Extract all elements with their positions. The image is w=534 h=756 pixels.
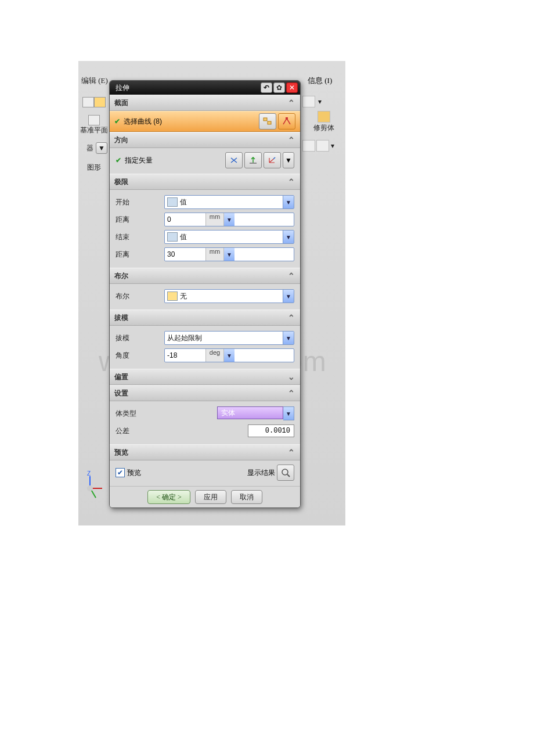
stepper-icon[interactable]: ▼ [224,349,234,362]
chevron-up-icon: ⌃ [287,313,295,322]
section-settings-header[interactable]: 设置 ⌃ [110,385,300,401]
chevron-down-icon: ▼ [283,406,294,420]
gear-icon[interactable]: ✿ [273,82,285,93]
start-distance-field[interactable] [165,214,205,225]
section-preview-header[interactable]: 预览 ⌃ [110,444,300,460]
inferred-vector-icon[interactable] [264,152,281,168]
close-icon[interactable]: ✕ [286,82,298,93]
check-icon: ✔ [116,156,121,164]
end-distance-field[interactable] [165,249,205,260]
section-limits-header[interactable]: 极限 ⌃ [110,174,300,190]
angle-input[interactable]: deg ▼ [164,348,294,362]
sketch-section-icon[interactable] [259,113,276,129]
draft-type-value: 从起始限制 [167,333,283,343]
specify-vector-row: ✔ 指定矢量 ▼ [116,152,294,169]
vector-reverse-icon[interactable] [225,152,243,168]
section-offset-header[interactable]: 偏置 ⌄ [110,369,300,385]
vector-dropdown-icon[interactable]: ▼ [283,152,294,168]
value-icon [167,232,178,242]
boolean-dropdown[interactable]: 无 ▼ [164,289,294,303]
chevron-down-icon: ▼ [283,231,294,243]
show-result-label: 显示结果 [247,468,275,478]
svg-rect-0 [264,118,267,121]
angle-label: 角度 [116,351,164,361]
body-type-value: 实体 [221,408,235,418]
check-icon: ✔ [114,117,120,125]
end-type-value: 值 [180,232,283,242]
chevron-down-icon: ▼ [283,332,294,344]
draft-label: 拔模 [116,333,164,343]
start-type-dropdown[interactable]: 值 ▼ [164,195,294,209]
filter-label-suffix: 器 [86,143,93,153]
boolean-label: 布尔 [116,291,164,301]
svg-rect-1 [268,121,271,124]
chevron-up-icon: ⌃ [287,177,295,186]
dialog-titlebar[interactable]: 拉伸 ↶ ✿ ✕ [110,81,300,95]
ok-button[interactable]: < 确定 > [147,490,190,504]
svg-rect-3 [250,163,257,164]
select-curve-label: 选择曲线 (8) [124,117,162,127]
stepper-icon[interactable]: ▼ [224,248,234,261]
angle-unit-label: deg [205,349,224,362]
chevron-up-icon: ⌃ [287,135,295,145]
preview-label: 预览 [127,468,141,478]
preview-checkbox[interactable]: ✔ [116,468,125,477]
menu-edit[interactable]: 编辑 (E) [81,76,108,85]
cancel-button[interactable]: 取消 [231,490,262,504]
draft-type-dropdown[interactable]: 从起始限制 ▼ [164,331,294,345]
section-draft-header[interactable]: 拔模 ⌃ [110,309,300,326]
chevron-up-icon: ⌃ [287,448,295,457]
stepper-icon[interactable]: ▼ [224,213,234,226]
tool-icon[interactable] [302,96,315,107]
filter-dropdown-icon[interactable]: ▼ [96,142,107,154]
section-settings-label: 设置 [114,388,128,398]
end-distance-input[interactable]: mm ▼ [164,247,294,261]
chevron-down-icon: ⌄ [287,372,295,381]
section-preview-label: 预览 [114,448,128,458]
svg-line-5 [287,474,290,477]
dialog-button-bar: < 确定 > 应用 取消 [110,486,300,507]
start-distance-input[interactable]: mm ▼ [164,213,294,226]
value-icon [167,197,178,207]
sketch-label: 图形 [87,163,101,172]
select-curve-row[interactable]: ✔ 选择曲线 (8) [110,111,300,132]
svg-rect-2 [286,117,288,120]
section-offset-label: 偏置 [114,372,128,382]
menu-info[interactable]: 信息 (I) [308,75,332,86]
section-boolean-header[interactable]: 布尔 ⌃ [110,268,300,284]
trim-body-label: 修剪体 [313,123,334,133]
vector-dialog-icon[interactable] [244,152,262,168]
new-file-icon[interactable] [82,97,94,107]
open-file-icon[interactable] [94,97,106,107]
body-type-label: 体类型 [116,409,164,419]
section-limits-label: 极限 [114,177,128,187]
end-label: 结束 [116,232,164,242]
boolean-value: 无 [180,291,283,301]
angle-field[interactable] [165,350,205,361]
datum-plane-icon[interactable] [88,115,100,125]
start-distance-label: 距离 [116,215,164,225]
cursor-icon[interactable] [302,140,315,152]
tolerance-input[interactable]: 0.0010 [248,424,294,437]
apply-button[interactable]: 应用 [195,490,226,504]
section-section-header[interactable]: 截面 ⌃ [110,95,300,111]
show-result-button[interactable] [277,465,294,481]
curve-rule-icon[interactable] [278,113,295,129]
unit-label: mm [205,213,224,226]
selection-box-icon[interactable] [316,140,329,152]
end-distance-label: 距离 [116,250,164,260]
body-type-dropdown[interactable]: 实体 ▼ [217,406,294,420]
section-direction-label: 方向 [114,135,128,145]
undo-icon[interactable]: ↶ [261,82,272,93]
right-toolbar: ▾ 修剪体 ▾ [302,93,345,154]
section-direction-header[interactable]: 方向 ⌃ [110,132,300,148]
left-toolbar: 基准平面 器 ▼ 图形 [78,93,110,177]
section-draft-label: 拔模 [114,313,128,323]
start-type-value: 值 [180,197,283,207]
section-boolean-label: 布尔 [114,271,128,281]
end-type-dropdown[interactable]: 值 ▼ [164,230,294,244]
chevron-up-icon: ⌃ [287,388,295,398]
specify-vector-label: 指定矢量 [125,156,153,165]
trim-body-icon[interactable] [317,111,330,123]
chevron-up-icon: ⌃ [287,271,295,280]
